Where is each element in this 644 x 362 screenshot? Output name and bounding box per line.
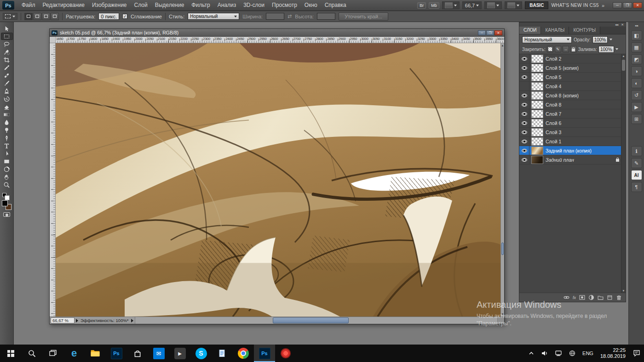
character-panel-icon[interactable]: Al (631, 170, 642, 180)
visibility-toggle[interactable] (519, 119, 529, 127)
subtract-from-selection-icon[interactable] (42, 13, 50, 20)
move-tool[interactable] (1, 25, 13, 32)
visibility-toggle[interactable] (519, 91, 529, 100)
screen-mode-dropdown[interactable] (505, 1, 522, 9)
layer-thumbnail[interactable] (531, 119, 543, 127)
doc-maximize-button[interactable] (486, 30, 494, 35)
menu-item-8[interactable]: Просмотр (268, 0, 301, 11)
resize-grip[interactable] (497, 317, 504, 324)
mini-bridge-icon[interactable]: Mb (429, 2, 439, 9)
type-tool[interactable] (1, 142, 13, 149)
visibility-toggle[interactable] (519, 73, 529, 81)
add-mask-icon[interactable] (579, 294, 585, 300)
file-explorer-taskbar-button[interactable] (85, 345, 106, 362)
chrome-taskbar-button[interactable] (233, 345, 254, 362)
search-taskbar-button[interactable] (21, 345, 42, 362)
link-layers-icon[interactable] (564, 294, 569, 300)
visibility-toggle[interactable] (519, 137, 529, 146)
layers-scroll-thumb[interactable] (622, 60, 625, 71)
layer-thumbnail[interactable] (531, 82, 543, 90)
menu-item-1[interactable]: Редактирование (39, 0, 88, 11)
horizontal-scroll-thumb[interactable] (273, 317, 349, 323)
opacity-slider-icon[interactable] (610, 39, 612, 40)
swap-width-height-icon[interactable] (288, 13, 292, 19)
panel-tab-1[interactable]: КАНАЛЫ (541, 27, 569, 34)
layer-row-6[interactable]: Слой 7 (519, 109, 626, 119)
height-input[interactable] (317, 13, 335, 20)
scroll-up-icon[interactable]: ▲ (501, 43, 504, 48)
layer-thumbnail[interactable] (531, 73, 543, 81)
close-panel-icon[interactable]: ✕ (621, 23, 624, 27)
visibility-toggle[interactable] (519, 63, 529, 72)
add-to-selection-icon[interactable] (33, 13, 41, 20)
visibility-toggle[interactable] (519, 82, 529, 90)
edge-taskbar-button[interactable]: e (63, 345, 85, 362)
history-panel-icon[interactable]: ↺ (631, 90, 642, 100)
eyedropper-tool[interactable] (1, 64, 13, 71)
delete-layer-icon[interactable] (616, 294, 622, 300)
record-taskbar-button[interactable] (275, 345, 296, 362)
lock-pixels-icon[interactable]: ✎ (555, 46, 561, 52)
layer-row-7[interactable]: Слой 6 (519, 119, 626, 128)
skype-taskbar-button[interactable]: S (190, 345, 212, 362)
adjustment-layer-icon[interactable] (588, 294, 594, 300)
eraser-tool[interactable] (1, 103, 13, 110)
layer-row-9[interactable]: Слой 1 (519, 137, 626, 146)
brush-panel-icon[interactable]: ✎ (631, 158, 642, 168)
store-taskbar-button[interactable] (127, 345, 148, 362)
taskbar-clock[interactable]: 22:25 18.08.2019 (597, 347, 629, 359)
scroll-down-icon[interactable]: ▼ (501, 312, 504, 317)
zoom-status-input[interactable]: 66,67 % (51, 317, 75, 323)
new-group-icon[interactable] (598, 294, 604, 300)
lock-transparency-icon[interactable] (547, 46, 553, 52)
opacity-input[interactable]: 100% (592, 36, 608, 43)
panel-tab-2[interactable]: КОНТУРЫ (569, 27, 600, 34)
layer-thumbnail[interactable] (531, 147, 543, 155)
menu-item-7[interactable]: 3D-слои (240, 0, 268, 11)
visibility-toggle[interactable] (519, 109, 529, 118)
document-taskbar-button[interactable] (212, 345, 233, 362)
mail-taskbar-button[interactable]: ✉ (148, 345, 169, 362)
navigator-panel-icon[interactable]: ⊞ (631, 114, 642, 124)
whats-new-button[interactable]: WHAT'S NEW IN CS5 (551, 3, 599, 8)
layer-style-icon[interactable]: fx (573, 295, 576, 300)
blend-mode-select[interactable]: Нормальный (522, 36, 572, 43)
status-popup-icon[interactable] (131, 319, 133, 322)
layer-row-10[interactable]: Задний план (копия) (519, 146, 626, 155)
tool-preset-picker[interactable] (3, 13, 17, 20)
vertical-scrollbar[interactable]: ▲ ▼ (500, 43, 504, 317)
default-colors-icon[interactable] (2, 193, 6, 197)
photoshop-active-taskbar-button[interactable]: Ps (254, 345, 275, 362)
close-button[interactable] (633, 2, 642, 8)
maximize-button[interactable] (623, 2, 632, 8)
lasso-tool[interactable] (1, 40, 13, 48)
fill-input[interactable]: 100% (598, 46, 614, 53)
layer-thumbnail[interactable] (531, 55, 543, 63)
menu-item-5[interactable]: Фильтр (188, 0, 213, 11)
collapse-panel-icon[interactable]: ◂◂ (615, 23, 618, 27)
layer-row-11[interactable]: Задний план (519, 155, 626, 164)
rectangle-tool[interactable] (1, 158, 13, 165)
brush-tool[interactable] (1, 79, 13, 87)
swatches-panel-icon[interactable]: ▦ (631, 42, 642, 52)
visibility-toggle[interactable] (519, 128, 529, 136)
canvas[interactable] (56, 43, 500, 317)
menu-item-2[interactable]: Изображение (88, 0, 131, 11)
zoom-tool[interactable] (1, 181, 13, 188)
bridge-icon[interactable]: Br (417, 2, 426, 9)
rotate-view-tool[interactable] (1, 165, 13, 173)
document-titlebar[interactable]: Ps sketch 05.psd @ 66,7% (Задний план (к… (50, 29, 504, 37)
vertical-scroll-thumb[interactable] (501, 243, 504, 255)
menu-item-9[interactable]: Окно (301, 0, 321, 11)
color-panel-icon[interactable]: ◧ (631, 30, 642, 40)
layer-thumbnail[interactable] (531, 91, 543, 100)
refine-edge-button[interactable]: Уточнить край... (339, 12, 388, 21)
panel-tab-0[interactable]: СЛОИ (519, 27, 541, 34)
photoshop-taskbar-button[interactable]: Ps (106, 345, 127, 362)
view-extras-dropdown[interactable] (442, 1, 460, 9)
pen-tool[interactable] (1, 134, 13, 141)
new-selection-icon[interactable] (24, 13, 33, 20)
layer-row-0[interactable]: Слой 2 (519, 54, 626, 63)
paragraph-panel-icon[interactable]: ¶ (631, 182, 642, 192)
hidden-icons-chevron[interactable] (525, 345, 538, 362)
